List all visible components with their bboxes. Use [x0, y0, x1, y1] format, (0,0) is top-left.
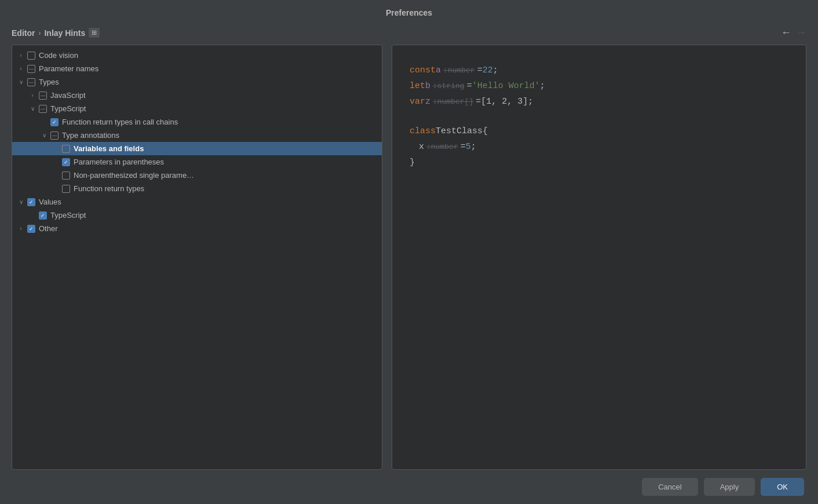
code-line-4: class TestClass {	[410, 123, 788, 139]
tree-item-typescript-values[interactable]: ✓TypeScript	[12, 209, 382, 222]
toggle-arrow-other[interactable]: ›	[17, 225, 25, 233]
toggle-arrow-params-parens	[52, 158, 60, 166]
code-part-4-0: class	[410, 123, 436, 139]
tree-label-variables-fields: Variables and fields	[74, 144, 144, 153]
code-part-2-5: ;	[528, 94, 533, 109]
navigation-arrows: ← →	[781, 27, 806, 39]
breadcrumb-editor[interactable]: Editor	[12, 28, 35, 38]
tree-label-typescript-values: TypeScript	[50, 211, 86, 220]
tree-item-values[interactable]: ∨✓Values	[12, 195, 382, 209]
tree-label-fn-return-types: Function return types	[74, 184, 144, 193]
tree-item-fn-return-types[interactable]: Function return types	[12, 182, 382, 195]
checkbox-fn-return-call-chains[interactable]: ✓	[50, 118, 59, 126]
breadcrumb-inlay-hints[interactable]: Inlay Hints	[44, 28, 85, 38]
code-part-5-0: x	[419, 139, 424, 155]
code-part-1-0: let	[410, 78, 425, 94]
tree-item-variables-fields[interactable]: Variables and fields	[12, 142, 382, 155]
code-part-1-5: ;	[540, 78, 545, 94]
code-line-1: let b:string = 'Hello World';	[410, 78, 788, 94]
bottom-bar: Cancel Apply OK	[0, 470, 818, 504]
toggle-arrow-parameter-names[interactable]: ›	[17, 65, 25, 73]
checkbox-fn-return-types[interactable]	[62, 185, 70, 193]
code-part-1-2: :string	[433, 79, 465, 93]
code-part-0-0: const	[410, 63, 436, 78]
checkbox-code-vision[interactable]	[27, 52, 35, 60]
main-content: ›Code vision›—Parameter names∨—Types›—Ja…	[0, 45, 818, 470]
code-blank-3	[410, 109, 788, 123]
code-part-0-1: a	[436, 63, 441, 78]
code-part-0-4: 22	[483, 63, 493, 78]
code-part-2-1: z	[425, 94, 430, 109]
checkbox-other[interactable]: ✓	[27, 225, 35, 233]
forward-button[interactable]: →	[796, 27, 806, 39]
tree-item-types[interactable]: ∨—Types	[12, 75, 382, 89]
code-part-2-0: var	[410, 94, 425, 109]
toggle-arrow-variables-fields	[52, 145, 60, 153]
checkbox-params-parens[interactable]: ✓	[62, 158, 70, 166]
ok-button[interactable]: OK	[761, 478, 804, 496]
toggle-arrow-fn-return-call-chains	[40, 118, 48, 126]
code-line-5: x:number = 5;	[410, 139, 788, 155]
checkbox-type-annotations[interactable]: —	[50, 132, 59, 140]
code-part-2-2: :number[]	[433, 95, 473, 108]
title-text: Preferences	[386, 8, 432, 17]
code-part-5-4: ;	[471, 139, 476, 155]
tree-label-javascript: JavaScript	[50, 91, 86, 100]
tree-label-type-annotations: Type annotations	[62, 131, 119, 140]
checkbox-typescript[interactable]: —	[39, 105, 47, 113]
code-part-4-1: TestClass	[436, 123, 483, 139]
breadcrumb-icon-button[interactable]: ⊞	[89, 28, 100, 38]
code-line-6: }	[410, 155, 788, 170]
checkbox-parameter-names[interactable]: —	[27, 65, 35, 73]
tree-label-other: Other	[39, 224, 58, 233]
tree-item-other[interactable]: ›✓Other	[12, 222, 382, 235]
code-part-4-2: {	[483, 123, 488, 139]
toggle-arrow-non-parens-single	[52, 171, 60, 180]
tree-label-values: Values	[39, 198, 61, 206]
checkbox-variables-fields[interactable]	[62, 145, 70, 153]
toggle-arrow-typescript[interactable]: ∨	[28, 105, 36, 113]
tree-label-params-parens: Parameters in parentheses	[74, 158, 164, 166]
code-part-0-3: =	[477, 63, 483, 78]
tree-item-typescript[interactable]: ∨—TypeScript	[12, 102, 382, 115]
toggle-arrow-typescript-values	[28, 211, 36, 220]
toggle-arrow-types[interactable]: ∨	[17, 78, 25, 86]
checkbox-non-parens-single[interactable]	[62, 171, 70, 180]
checkbox-values[interactable]: ✓	[27, 198, 35, 206]
code-part-1-1: b	[425, 78, 430, 94]
code-part-5-3: 5	[466, 139, 471, 155]
code-part-1-3: =	[467, 78, 472, 94]
checkbox-types[interactable]: —	[27, 78, 35, 86]
dialog-title: Preferences	[0, 0, 818, 23]
breadcrumb: Editor › Inlay Hints ⊞	[12, 28, 100, 38]
tree-item-code-vision[interactable]: ›Code vision	[12, 49, 382, 62]
tree-item-non-parens-single[interactable]: Non-parenthesized single parame…	[12, 169, 382, 182]
toggle-arrow-javascript[interactable]: ›	[28, 92, 36, 100]
code-part-5-1: :number	[426, 140, 458, 154]
checkbox-javascript[interactable]: —	[39, 92, 47, 100]
code-part-0-2: :number	[443, 64, 475, 77]
checkbox-typescript-values[interactable]: ✓	[39, 211, 47, 220]
tree-item-javascript[interactable]: ›—JavaScript	[12, 89, 382, 102]
cancel-button[interactable]: Cancel	[642, 478, 698, 496]
code-line-2: var z:number[] = [1, 2, 3];	[410, 94, 788, 109]
toggle-arrow-values[interactable]: ∨	[17, 198, 25, 206]
tree-item-parameter-names[interactable]: ›—Parameter names	[12, 62, 382, 75]
tree-label-non-parens-single: Non-parenthesized single parame…	[74, 171, 194, 180]
preview-panel: const a:number = 22;let b:string = 'Hell…	[392, 45, 806, 470]
back-button[interactable]: ←	[781, 27, 791, 39]
code-part-2-4: [1, 2, 3]	[481, 94, 528, 109]
toggle-arrow-type-annotations[interactable]: ∨	[40, 132, 48, 140]
toggle-arrow-code-vision[interactable]: ›	[17, 52, 25, 60]
tree-label-code-vision: Code vision	[39, 51, 78, 60]
tree-item-type-annotations[interactable]: ∨—Type annotations	[12, 129, 382, 142]
tree-label-types: Types	[39, 78, 59, 86]
tree-label-parameter-names: Parameter names	[39, 64, 98, 73]
code-part-6-0: }	[410, 155, 415, 170]
tree-item-params-parens[interactable]: ✓Parameters in parentheses	[12, 155, 382, 169]
code-part-5-2: =	[461, 139, 466, 155]
tree-item-fn-return-call-chains[interactable]: ✓Function return types in call chains	[12, 115, 382, 129]
apply-button[interactable]: Apply	[704, 478, 755, 496]
tree-label-fn-return-call-chains: Function return types in call chains	[62, 118, 178, 126]
tree-label-typescript: TypeScript	[50, 104, 86, 113]
